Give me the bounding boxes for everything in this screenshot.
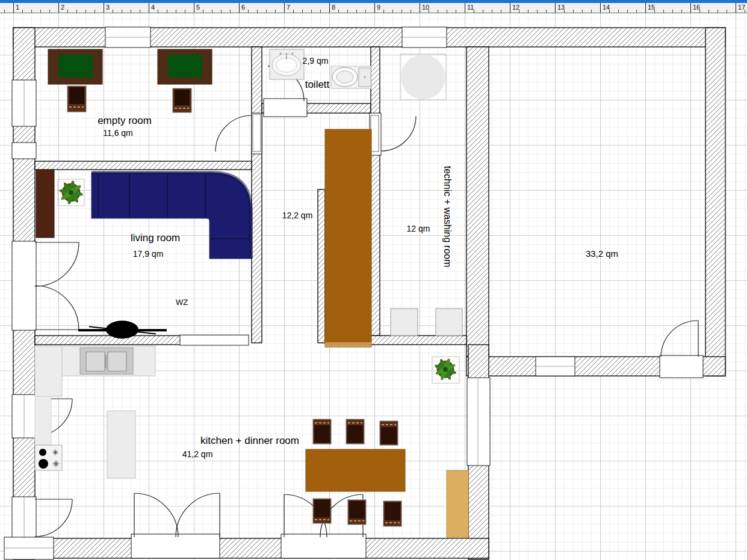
toilet[interactable]: [331, 66, 371, 88]
wall-stair-strip[interactable]: [318, 189, 325, 343]
washing-machine[interactable]: [391, 309, 418, 336]
door-bigroom-opening[interactable]: [660, 355, 703, 378]
dryer[interactable]: [436, 309, 462, 336]
chair[interactable]: [346, 419, 364, 444]
wall-technic-left[interactable]: [371, 47, 380, 336]
kitchen-island[interactable]: [107, 411, 135, 478]
ruler-number: 15: [648, 4, 655, 11]
ruler-number: 3: [106, 4, 110, 11]
chair[interactable]: [313, 499, 331, 523]
ruler: 1234567891011121314151617: [0, 0, 747, 13]
wall-technic-bottom[interactable]: [371, 336, 466, 345]
ruler-number: 14: [603, 4, 610, 11]
ruler-number: 7: [287, 4, 290, 11]
ruler-number: 2: [61, 4, 64, 11]
monitor-2: [168, 55, 202, 78]
office-chair-2[interactable]: [173, 88, 191, 112]
bathroom-sink[interactable]: [270, 49, 304, 79]
room-area-toilet: 2,9 qm: [303, 56, 329, 66]
room-label-living-room: living room: [131, 232, 180, 244]
room-area-empty-room: 11,6 qm: [103, 128, 133, 138]
door-toilet-opening[interactable]: [264, 99, 307, 117]
door-kitchen-double-1-opening[interactable]: [131, 534, 220, 558]
kitchen-sink[interactable]: [80, 348, 133, 374]
ruler-number: 9: [377, 4, 380, 11]
office-chair-1[interactable]: [67, 86, 86, 112]
door-emptyroom-leaf[interactable]: [253, 114, 261, 152]
floor-plan-canvas: 1234567891011121314151617: [0, 0, 747, 560]
kitchen-counter-left[interactable]: [35, 346, 62, 396]
ruler-number: 5: [196, 4, 200, 11]
wall-emptyroom-bottom[interactable]: [35, 161, 252, 170]
ruler-number: 6: [241, 4, 245, 11]
room-area-kitchen: 41,2 qm: [182, 449, 213, 459]
room-area-hallway: 12,2 qm: [282, 211, 313, 220]
staircase-first-step: [325, 342, 371, 347]
dining-chairs-bottom[interactable]: [313, 499, 401, 526]
wall-kitchen-right-upper[interactable]: [468, 345, 489, 379]
ruler-number: 11: [467, 4, 474, 11]
room-area-technic-room: 12 qm: [407, 224, 430, 233]
room-area-big-room: 33,2 qm: [586, 248, 618, 259]
wall-outer-right[interactable]: [705, 28, 725, 376]
desk-2[interactable]: [158, 49, 212, 84]
wall-hall-left[interactable]: [252, 47, 262, 343]
room-label-technic-room: technic + washing room: [442, 166, 453, 268]
room-label-toilet: toilett: [305, 79, 330, 90]
dining-table[interactable]: [306, 449, 405, 491]
ruler-number: 4: [151, 4, 155, 11]
shelf-cabinet[interactable]: [36, 170, 54, 238]
burner: [39, 459, 48, 469]
door-kitchen-double-2-opening[interactable]: [281, 534, 366, 558]
ruler-number: 8: [332, 4, 335, 11]
room-tag-wz: WZ: [176, 298, 188, 307]
staircase[interactable]: [325, 129, 371, 347]
desk-1[interactable]: [48, 49, 102, 84]
door-living-french-opening[interactable]: [12, 241, 36, 330]
door-technic-leaf[interactable]: [371, 115, 379, 152]
ruler-number: 10: [422, 4, 429, 11]
ruler-number: 12: [512, 4, 519, 11]
wall-mid-shared[interactable]: [466, 47, 489, 357]
ruler-number: 1: [16, 4, 19, 11]
ruler-number: 16: [693, 4, 700, 11]
stove[interactable]: [35, 445, 62, 470]
ruler-number: 13: [557, 4, 565, 11]
dining-chairs-top[interactable]: [313, 419, 398, 445]
window-kitchen-right[interactable]: [467, 378, 490, 466]
window-kitchen-bottom-left[interactable]: [4, 537, 54, 559]
chair[interactable]: [380, 421, 398, 445]
wall-niche-left[interactable]: [12, 143, 36, 159]
room-area-living-room: 17,9 qm: [133, 249, 164, 259]
wall-living-bottom[interactable]: [35, 336, 181, 345]
wall-kitchen-bottom[interactable]: [13, 538, 489, 558]
passage-living-kitchen[interactable]: [180, 335, 249, 345]
burner: [39, 449, 46, 456]
monitor-1: [58, 55, 93, 78]
sideboard-cabinet[interactable]: [447, 470, 468, 538]
room-label-empty-room: empty room: [98, 115, 152, 126]
kitchen-counter-left-lower[interactable]: [35, 396, 51, 445]
ruler-number: 17: [738, 4, 745, 11]
chair[interactable]: [348, 500, 366, 525]
plan-drawing: empty room 11,6 qm 2,9 qm toilett living…: [0, 0, 747, 560]
room-label-kitchen: kitchen + dinner room: [200, 435, 299, 446]
chair[interactable]: [313, 419, 331, 444]
chair[interactable]: [383, 501, 401, 526]
